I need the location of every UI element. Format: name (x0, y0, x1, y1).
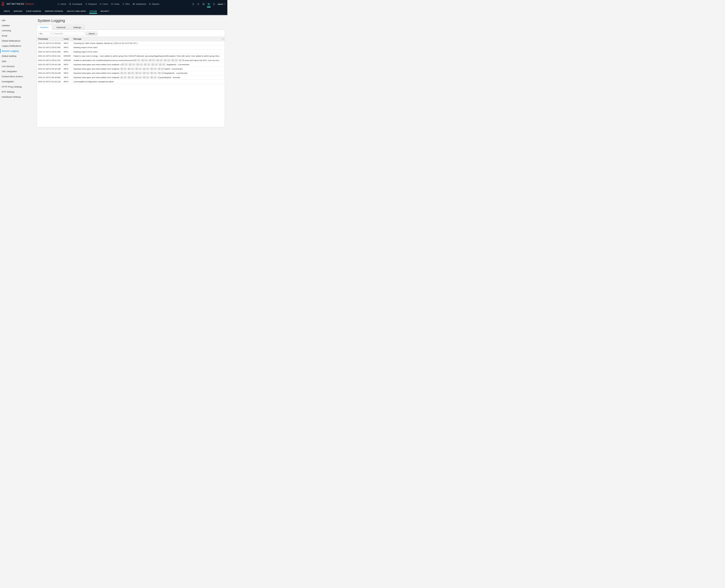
message-text: Imported meta types and meta entities fr… (73, 76, 120, 79)
sidebar-item-global-auditing[interactable]: Global Auditing (0, 54, 36, 59)
cell-message: Imported meta types and meta entities fr… (72, 67, 225, 71)
log-table: Timestamp Level Message 2023-10-16T12:07… (37, 37, 225, 127)
log-table-body: 2023-10-16T12:07:08.000INFOChecking for … (37, 41, 225, 84)
top-nav-item-respond[interactable]: Respond (85, 3, 97, 5)
top-bar: NETWITNESS Platform HomeInvestigateRespo… (0, 0, 227, 8)
column-header-level[interactable]: Level (62, 37, 72, 41)
tab-realtime[interactable]: Realtime (37, 25, 52, 30)
brand-product: Platform (25, 3, 34, 5)
log-row[interactable]: 2023-10-16T12:35:52.161ERRORFailed to sa… (37, 54, 225, 58)
level-select[interactable]: ALL (38, 32, 52, 35)
cell-timestamp: 2023-10-16T12:35:52.161 (37, 58, 62, 62)
log-table-header: Timestamp Level Message (37, 37, 225, 41)
settings-sidebar: InfoUpdatesLicensingEmailGlobal Notifica… (0, 15, 36, 129)
keywords-input[interactable] (53, 32, 85, 35)
jobs-icon[interactable] (202, 0, 205, 8)
message-text: LicensingMiscConfiguration changed by ad… (73, 81, 114, 83)
sidebar-item-url-integration[interactable]: URL Integration (0, 69, 36, 74)
sidebar-item-ntp-settings[interactable]: NTP Settings (0, 89, 36, 94)
log-row[interactable]: 2023-10-16T12:35:52.094INFOInitiating im… (37, 50, 225, 54)
cell-level: INFO (62, 45, 72, 50)
log-row[interactable]: 2023-10-16T12:51:54.233INFOLicensingMisc… (37, 80, 225, 84)
top-nav-item-home[interactable]: Home (57, 3, 66, 5)
top-nav-label: Files (125, 3, 130, 5)
files-icon (122, 3, 124, 5)
sidebar-item-http-proxy-settings[interactable]: HTTP Proxy Settings (0, 84, 36, 89)
top-nav-item-hosts[interactable]: Hosts (111, 3, 120, 5)
sidebar-item-system-logging[interactable]: System Logging (0, 48, 36, 54)
top-nav-label: Home (61, 3, 66, 5)
brand[interactable]: NETWITNESS Platform (1, 0, 34, 8)
dashboard-icon (133, 3, 135, 5)
redacted-block (121, 68, 164, 70)
user-menu[interactable]: admin (218, 3, 226, 5)
top-nav-label: Dashboard (136, 3, 146, 5)
cell-message: Imported meta types and meta entities fr… (72, 63, 225, 67)
message-text: Initiating import of live rules! (73, 46, 98, 48)
cell-message: Imported meta types and meta entities fr… (72, 75, 225, 80)
message-text: htloghybrid1 - Log Decoder (164, 72, 187, 74)
subnav-item-security[interactable]: SECURITY (99, 8, 111, 14)
cell-message: LicensingMiscConfiguration changed by ad… (72, 80, 225, 84)
sidebar-item-info[interactable]: Info (0, 18, 36, 23)
top-nav-item-reports[interactable]: Reports (149, 3, 159, 5)
log-row[interactable]: 2023-10-16T12:50:34.692INFOImported meta… (37, 75, 225, 80)
admin-tools-icon[interactable] (207, 0, 210, 8)
reports-icon (149, 3, 151, 5)
top-right-toolbar: ? admin (192, 0, 226, 8)
top-nav-label: Reports (152, 3, 159, 5)
column-header-message[interactable]: Message (72, 37, 222, 41)
subnav-item-system[interactable]: SYSTEM (88, 8, 99, 14)
sidebar-item-context-menu-actions[interactable]: Context Menu Actions (0, 74, 36, 79)
sidebar-item-dashboard-settings[interactable]: Dashboard Settings (0, 94, 36, 99)
sidebar-item-global-notifications[interactable]: Global Notifications (0, 38, 36, 43)
log-row[interactable]: 2023-10-16T12:50:34.346INFOImported meta… (37, 67, 225, 71)
home-icon (57, 3, 60, 5)
column-header-timestamp[interactable]: Timestamp (37, 37, 62, 41)
notifications-icon[interactable] (197, 0, 200, 8)
log-row[interactable]: 2023-10-16T12:07:08.000INFOChecking for … (37, 41, 225, 45)
cell-message: Imported meta types and meta entities fr… (72, 71, 225, 75)
subnav-item-endpoint-sources[interactable]: ENDPOINT SOURCES (43, 8, 65, 14)
subnav-item-hosts[interactable]: HOSTS (2, 8, 12, 14)
cell-timestamp: 2023-10-16T12:35:52.094 (37, 50, 62, 54)
top-nav-item-investigate[interactable]: Investigate (69, 3, 82, 5)
top-nav-item-files[interactable]: Files (122, 3, 130, 5)
top-nav-item-users[interactable]: Users (99, 3, 108, 5)
cell-message: Checking for CMS Cache Updates Started a… (72, 41, 225, 45)
log-row[interactable]: 2023-10-16T12:50:34.108INFOImported meta… (37, 63, 225, 67)
cell-message: Unable to deserialize rule /var/lib/netw… (72, 58, 225, 62)
help-icon[interactable]: ? (213, 0, 216, 8)
top-nav-label: Investigate (72, 3, 82, 5)
log-row[interactable]: 2023-10-16T12:35:52.161ERRORUnable to de… (37, 58, 225, 63)
subnav-item-event-sources[interactable]: EVENT SOURCES (24, 8, 43, 14)
message-text: Imported meta types and meta entities fr… (73, 63, 121, 66)
subnav-item-health-wellness[interactable]: HEALTH & WELLNESS (65, 8, 88, 14)
top-nav-label: Users (103, 3, 108, 5)
investigate-icon (69, 3, 71, 5)
tab-settings[interactable]: Settings (70, 25, 84, 30)
top-nav-item-dashboard[interactable]: Dashboard (133, 3, 146, 5)
search-button[interactable]: Search (86, 31, 97, 35)
log-row[interactable]: 2023-10-16T12:50:34.538INFOImported meta… (37, 71, 225, 76)
sidebar-item-email[interactable]: Email (0, 33, 36, 38)
timer-icon[interactable] (192, 0, 195, 8)
sidebar-item-live-services[interactable]: Live Services (0, 64, 36, 69)
message-text: Failed to save rule to mongo - User adde… (73, 55, 221, 57)
log-row[interactable]: 2023-10-16T12:35:52.092INFOInitiating im… (37, 45, 225, 50)
message-text: tloghybrid1 - Concentrator (167, 63, 189, 66)
cell-timestamp: 2023-10-16T12:35:52.161 (37, 54, 62, 58)
log-filter-controls: ALL Search (38, 31, 97, 35)
message-text: packethybrid - Decoder (160, 76, 180, 79)
column-menu-button[interactable] (222, 37, 225, 41)
respond-icon (85, 3, 87, 5)
sidebar-item-legacy-notifications[interactable]: Legacy Notifications (0, 43, 36, 48)
sidebar-item-updates[interactable]: Updates (0, 23, 36, 28)
cell-timestamp: 2023-10-16T12:51:54.233 (37, 80, 62, 84)
tab-historical[interactable]: Historical (53, 25, 69, 30)
level-select-wrap: ALL (38, 32, 52, 35)
sidebar-item-jobs[interactable]: Jobs (0, 59, 36, 64)
sidebar-item-investigation[interactable]: Investigation (0, 79, 36, 84)
sidebar-item-licensing[interactable]: Licensing (0, 28, 36, 33)
subnav-item-services[interactable]: SERVICES (12, 8, 24, 14)
